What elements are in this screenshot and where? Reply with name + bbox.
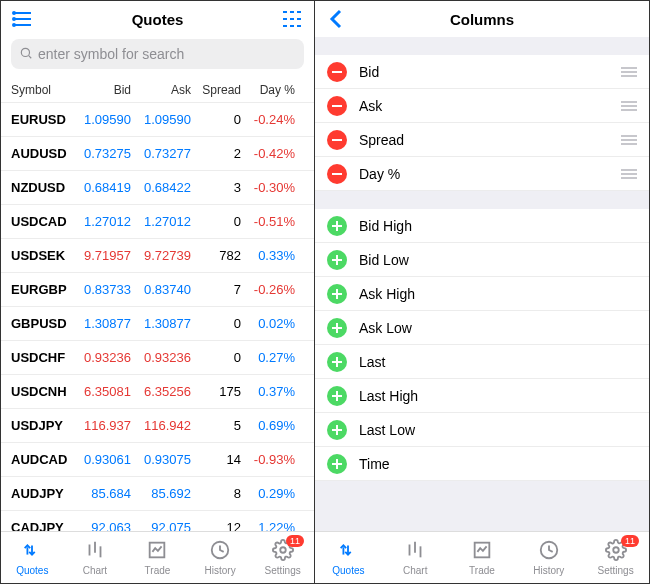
add-icon[interactable] <box>327 454 347 474</box>
tab-bar: QuotesChartTradeHistorySettings11 <box>1 531 314 583</box>
drag-handle-icon[interactable] <box>621 67 637 77</box>
back-button[interactable] <box>325 7 349 31</box>
tab-trade[interactable]: Trade <box>126 532 189 583</box>
column-inactive-row[interactable]: Bid Low <box>315 243 649 277</box>
day-cell: -0.42% <box>241 146 295 161</box>
symbol-cell: USDJPY <box>11 418 71 433</box>
drag-handle-icon[interactable] <box>621 135 637 145</box>
column-inactive-row[interactable]: Time <box>315 447 649 481</box>
trade-icon <box>146 539 168 563</box>
drag-handle-icon[interactable] <box>621 169 637 179</box>
table-row[interactable]: EURGBP0.837330.837407-0.26% <box>1 273 314 307</box>
remove-icon[interactable] <box>327 96 347 116</box>
add-icon[interactable] <box>327 420 347 440</box>
table-row[interactable]: EURUSD1.095901.095900-0.24% <box>1 103 314 137</box>
ask-cell: 1.30877 <box>131 316 191 331</box>
tab-label: History <box>205 565 236 576</box>
tab-history[interactable]: History <box>189 532 252 583</box>
remove-icon[interactable] <box>327 164 347 184</box>
svg-rect-8 <box>297 11 301 13</box>
symbol-cell: USDCHF <box>11 350 71 365</box>
chart-icon <box>404 539 426 563</box>
table-row[interactable]: USDCNH6.350816.352561750.37% <box>1 375 314 409</box>
svg-rect-6 <box>283 11 287 13</box>
columns-header: Columns <box>315 1 649 37</box>
tab-history[interactable]: History <box>515 532 582 583</box>
day-cell: 0.69% <box>241 418 295 433</box>
add-icon[interactable] <box>327 386 347 406</box>
column-inactive-row[interactable]: Ask Low <box>315 311 649 345</box>
table-row[interactable]: NZDUSD0.684190.684223-0.30% <box>1 171 314 205</box>
quotes-icon <box>337 539 359 563</box>
bid-cell: 116.937 <box>71 418 131 433</box>
table-row[interactable]: USDSEK9.719579.727397820.33% <box>1 239 314 273</box>
table-row[interactable]: AUDUSD0.732750.732772-0.42% <box>1 137 314 171</box>
day-cell: -0.51% <box>241 214 295 229</box>
tab-chart[interactable]: Chart <box>382 532 449 583</box>
drag-handle-icon[interactable] <box>621 101 637 111</box>
col-spread: Spread <box>191 83 241 97</box>
spread-cell: 0 <box>191 350 241 365</box>
ask-cell: 0.83740 <box>131 282 191 297</box>
table-row[interactable]: USDCAD1.270121.270120-0.51% <box>1 205 314 239</box>
column-label: Ask Low <box>359 320 412 336</box>
bid-cell: 0.93061 <box>71 452 131 467</box>
symbol-cell: EURUSD <box>11 112 71 127</box>
ask-cell: 1.09590 <box>131 112 191 127</box>
column-inactive-row[interactable]: Last High <box>315 379 649 413</box>
column-inactive-row[interactable]: Last <box>315 345 649 379</box>
table-row[interactable]: CADJPY92.06392.075121.22% <box>1 511 314 531</box>
column-inactive-row[interactable]: Last Low <box>315 413 649 447</box>
quotes-pane: Quotes Symbol Bid Ask Spread Day % EURUS… <box>1 1 315 583</box>
column-label: Bid Low <box>359 252 409 268</box>
tab-label: Quotes <box>332 565 364 576</box>
tab-chart[interactable]: Chart <box>64 532 127 583</box>
column-active-row[interactable]: Day % <box>315 157 649 191</box>
tab-label: Chart <box>83 565 107 576</box>
list-view-icon[interactable] <box>11 7 35 31</box>
search-input[interactable] <box>38 46 296 62</box>
add-icon[interactable] <box>327 284 347 304</box>
tab-bar: QuotesChartTradeHistorySettings11 <box>315 531 649 583</box>
quotes-table-head: Symbol Bid Ask Spread Day % <box>1 77 314 103</box>
column-inactive-row[interactable]: Ask High <box>315 277 649 311</box>
add-icon[interactable] <box>327 250 347 270</box>
tab-quotes[interactable]: Quotes <box>315 532 382 583</box>
day-cell: 0.29% <box>241 486 295 501</box>
svg-point-23 <box>280 547 286 553</box>
add-icon[interactable] <box>327 216 347 236</box>
bid-cell: 0.68419 <box>71 180 131 195</box>
remove-icon[interactable] <box>327 62 347 82</box>
column-label: Time <box>359 456 390 472</box>
spread-cell: 175 <box>191 384 241 399</box>
ask-cell: 0.68422 <box>131 180 191 195</box>
section-gap <box>315 191 649 209</box>
remove-icon[interactable] <box>327 130 347 150</box>
tab-quotes[interactable]: Quotes <box>1 532 64 583</box>
table-row[interactable]: GBPUSD1.308771.3087700.02% <box>1 307 314 341</box>
tab-trade[interactable]: Trade <box>449 532 516 583</box>
ask-cell: 1.27012 <box>131 214 191 229</box>
column-inactive-row[interactable]: Bid High <box>315 209 649 243</box>
bid-cell: 0.73275 <box>71 146 131 161</box>
column-active-row[interactable]: Ask <box>315 89 649 123</box>
table-row[interactable]: AUDCAD0.930610.9307514-0.93% <box>1 443 314 477</box>
add-icon[interactable] <box>327 318 347 338</box>
bid-cell: 1.27012 <box>71 214 131 229</box>
table-row[interactable]: USDCHF0.932360.9323600.27% <box>1 341 314 375</box>
table-row[interactable]: USDJPY116.937116.94250.69% <box>1 409 314 443</box>
bid-cell: 6.35081 <box>71 384 131 399</box>
table-row[interactable]: AUDJPY85.68485.69280.29% <box>1 477 314 511</box>
symbol-cell: AUDUSD <box>11 146 71 161</box>
quotes-table-body: EURUSD1.095901.095900-0.24%AUDUSD0.73275… <box>1 103 314 531</box>
spread-cell: 8 <box>191 486 241 501</box>
column-active-row[interactable]: Spread <box>315 123 649 157</box>
tab-settings[interactable]: Settings11 <box>582 532 649 583</box>
tab-settings[interactable]: Settings11 <box>251 532 314 583</box>
symbol-cell: NZDUSD <box>11 180 71 195</box>
add-icon[interactable] <box>327 352 347 372</box>
chart-icon <box>84 539 106 563</box>
search-field[interactable] <box>11 39 304 69</box>
grid-view-icon[interactable] <box>280 7 304 31</box>
column-active-row[interactable]: Bid <box>315 55 649 89</box>
